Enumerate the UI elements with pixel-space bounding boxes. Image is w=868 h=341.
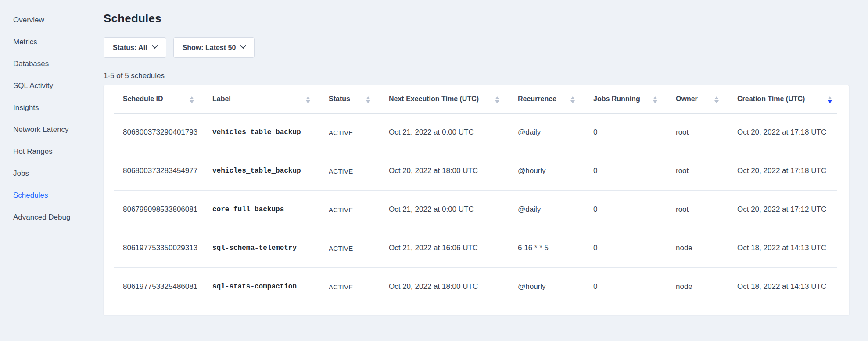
cell-owner: node (676, 267, 737, 306)
status-filter-dropdown[interactable]: Status: All (104, 37, 166, 58)
cell-owner: root (676, 190, 737, 229)
column-header-next-execution-time[interactable]: Next Execution Time (UTC) (389, 85, 518, 113)
cell-owner: root (676, 113, 737, 152)
cell-next-execution: Oct 20, 2022 at 18:00 UTC (389, 152, 518, 190)
cell-status: ACTIVE (329, 229, 389, 267)
sidebar-item-schedules[interactable]: Schedules (13, 191, 104, 213)
cell-schedule-id: 806799098533806081 (114, 190, 212, 229)
cell-next-execution: Oct 20, 2022 at 18:00 UTC (389, 267, 518, 306)
column-header-jobs-running[interactable]: Jobs Running (593, 85, 676, 113)
column-header-label[interactable]: Label (212, 85, 329, 113)
cell-jobs-running: 0 (593, 190, 676, 229)
sidebar-item-metrics[interactable]: Metrics (13, 37, 104, 59)
cell-status: ACTIVE (329, 190, 389, 229)
sidebar-list: Overview Metrics Databases SQL Activity … (13, 15, 104, 234)
sidebar-item-databases[interactable]: Databases (13, 59, 104, 81)
show-filter-dropdown[interactable]: Show: Latest 50 (173, 37, 255, 58)
sort-icon (653, 96, 657, 103)
column-label: Status (329, 95, 350, 105)
table-row: 806800373283454977 vehicles_table_backup… (114, 152, 837, 190)
column-label: Label (212, 95, 231, 105)
column-header-schedule-id[interactable]: Schedule ID (114, 85, 212, 113)
sidebar-item-sql-activity[interactable]: SQL Activity (13, 81, 104, 103)
sidebar-item-advanced-debug[interactable]: Advanced Debug (13, 213, 104, 234)
cell-next-execution: Oct 21, 2022 at 16:06 UTC (389, 229, 518, 267)
cell-schedule-id: 806800373283454977 (114, 152, 212, 190)
table-row: 806800373290401793 vehicles_table_backup… (114, 113, 837, 152)
cell-label: vehicles_table_backup (212, 113, 329, 152)
column-label: Next Execution Time (UTC) (389, 95, 479, 105)
column-label: Schedule ID (123, 95, 163, 105)
cell-status: ACTIVE (329, 152, 389, 190)
cell-creation-time: Oct 20, 2022 at 17:12 UTC (737, 190, 837, 229)
column-header-status[interactable]: Status (329, 85, 389, 113)
cell-creation-time: Oct 20, 2022 at 17:18 UTC (737, 152, 837, 190)
sidebar-item-overview[interactable]: Overview (13, 15, 104, 37)
sidebar-item-network-latency[interactable]: Network Latency (13, 125, 104, 147)
status-filter-label: Status: All (113, 44, 147, 52)
sort-icon (306, 96, 310, 103)
cell-label: vehicles_table_backup (212, 152, 329, 190)
sort-icon (495, 96, 499, 103)
table-header-row: Schedule ID Label Stat (114, 85, 837, 113)
column-label: Jobs Running (593, 95, 640, 105)
cell-recurrence: 6 16 * * 5 (518, 229, 593, 267)
sidebar-item-hot-ranges[interactable]: Hot Ranges (13, 147, 104, 169)
cell-creation-time: Oct 18, 2022 at 14:13 UTC (737, 267, 837, 306)
cell-recurrence: @hourly (518, 152, 593, 190)
cell-next-execution: Oct 21, 2022 at 0:00 UTC (389, 113, 518, 152)
chevron-down-icon (240, 43, 246, 49)
show-filter-label: Show: Latest 50 (183, 44, 236, 52)
chevron-down-icon (151, 43, 158, 49)
cell-creation-time: Oct 18, 2022 at 14:13 UTC (737, 229, 837, 267)
filter-bar: Status: All Show: Latest 50 (104, 37, 849, 58)
column-label: Owner (676, 95, 698, 105)
cell-recurrence: @hourly (518, 267, 593, 306)
sort-icon (190, 96, 194, 103)
cell-label: sql-schema-telemetry (212, 229, 329, 267)
sidebar-nav: Overview Metrics Databases SQL Activity … (0, 0, 104, 341)
cell-creation-time: Oct 20, 2022 at 17:18 UTC (737, 113, 837, 152)
column-header-recurrence[interactable]: Recurrence (518, 85, 593, 113)
sort-desc-icon (828, 96, 832, 103)
column-header-owner[interactable]: Owner (676, 85, 737, 113)
sort-icon (366, 96, 370, 103)
cell-schedule-id: 806800373290401793 (114, 113, 212, 152)
app-layout: Overview Metrics Databases SQL Activity … (0, 0, 868, 341)
table-row: 806197753350029313 sql-schema-telemetry … (114, 229, 837, 267)
schedules-table: Schedule ID Label Stat (114, 85, 837, 306)
cell-label: sql-stats-compaction (212, 267, 329, 306)
cell-jobs-running: 0 (593, 152, 676, 190)
cell-recurrence: @daily (518, 190, 593, 229)
cell-label: core_full_backups (212, 190, 329, 229)
cell-owner: node (676, 229, 737, 267)
cell-status: ACTIVE (329, 113, 389, 152)
cell-jobs-running: 0 (593, 113, 676, 152)
cell-status: ACTIVE (329, 267, 389, 306)
cell-next-execution: Oct 21, 2022 at 0:00 UTC (389, 190, 518, 229)
table-row: 806799098533806081 core_full_backups ACT… (114, 190, 837, 229)
cell-jobs-running: 0 (593, 229, 676, 267)
cell-owner: root (676, 152, 737, 190)
table-row: 806197753325486081 sql-stats-compaction … (114, 267, 837, 306)
sort-icon (714, 96, 719, 103)
sidebar-item-jobs[interactable]: Jobs (13, 169, 104, 191)
cell-schedule-id: 806197753325486081 (114, 267, 212, 306)
schedules-table-card: Schedule ID Label Stat (104, 85, 849, 315)
cell-schedule-id: 806197753350029313 (114, 229, 212, 267)
cell-jobs-running: 0 (593, 267, 676, 306)
column-label: Creation Time (UTC) (737, 95, 805, 105)
main-content: Schedules Status: All Show: Latest 50 1-… (104, 0, 849, 341)
column-header-creation-time[interactable]: Creation Time (UTC) (737, 85, 837, 113)
sidebar-item-insights[interactable]: Insights (13, 103, 104, 125)
page-title: Schedules (104, 12, 849, 25)
results-count: 1-5 of 5 schedules (104, 71, 849, 80)
cell-recurrence: @daily (518, 113, 593, 152)
column-label: Recurrence (518, 95, 556, 105)
sort-icon (570, 96, 575, 103)
